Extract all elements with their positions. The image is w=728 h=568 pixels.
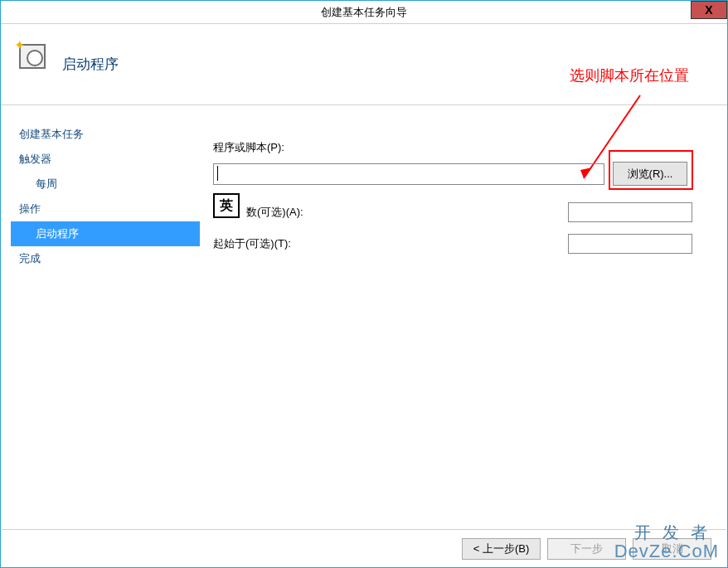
sidebar-item-trigger[interactable]: 触发器: [11, 147, 200, 172]
arguments-label: 数(可选)(A):: [213, 205, 568, 220]
arguments-input[interactable]: [568, 202, 692, 222]
program-script-label: 程序或脚本(P):: [213, 140, 702, 155]
back-button[interactable]: < 上一步(B): [462, 538, 541, 560]
sidebar-item-finish[interactable]: 完成: [11, 246, 200, 271]
close-button[interactable]: X: [691, 1, 727, 19]
program-script-input[interactable]: [213, 163, 604, 185]
sidebar-item-create-basic-task[interactable]: 创建基本任务: [11, 122, 200, 147]
close-icon: X: [705, 3, 712, 17]
cancel-button[interactable]: 取消: [633, 538, 711, 560]
wizard-footer: < 上一步(B) 下一步 取消: [2, 529, 726, 567]
text-cursor: [217, 166, 218, 181]
wizard-window: 创建基本任务向导 X ✦ 启动程序 选则脚本所在位置 创建基本任务 触发器 每周…: [0, 0, 728, 568]
startin-label: 起始于(可选)(T):: [213, 236, 568, 251]
scheduler-icon: ✦: [16, 41, 47, 72]
titlebar: 创建基本任务向导 X: [1, 1, 727, 24]
sidebar-item-start-program[interactable]: 启动程序: [11, 221, 200, 246]
browse-button[interactable]: 浏览(R)...: [613, 162, 687, 186]
window-title: 创建基本任务向导: [321, 5, 407, 20]
ime-indicator: 英: [213, 193, 240, 218]
page-title: 启动程序: [62, 55, 119, 74]
wizard-sidebar: 创建基本任务 触发器 每周 操作 启动程序 完成: [1, 105, 200, 528]
sidebar-item-weekly[interactable]: 每周: [11, 172, 200, 197]
startin-input[interactable]: [568, 234, 692, 254]
wizard-content: 程序或脚本(P): 浏览(R)... 英 数(可选)(A): 起始于(可选)(T…: [200, 105, 727, 528]
wizard-body: 创建基本任务 触发器 每周 操作 启动程序 完成 程序或脚本(P): 浏览(R)…: [1, 105, 727, 528]
annotation-text: 选则脚本所在位置: [570, 66, 689, 85]
sidebar-item-action[interactable]: 操作: [11, 197, 200, 221]
next-button: 下一步: [547, 538, 626, 560]
wizard-header: ✦ 启动程序 选则脚本所在位置: [1, 24, 727, 105]
